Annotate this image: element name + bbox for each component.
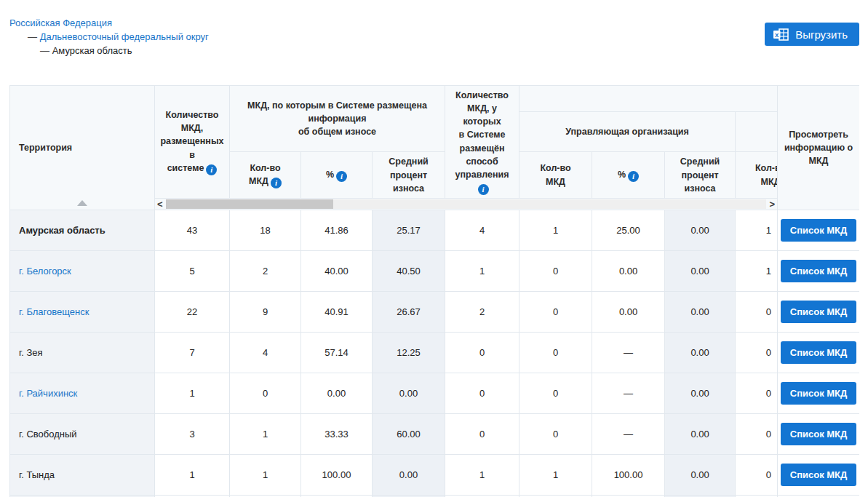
wear-percent-cell: 40.91 <box>301 291 373 332</box>
uo-avg-cell: 0.00 <box>665 210 736 250</box>
mgmt-method-cell: 1 <box>445 250 519 291</box>
column-header-uo-percent: %i <box>592 152 665 199</box>
mkd-list-button[interactable]: Список МКД <box>781 260 857 282</box>
wear-count-cell: 2 <box>230 250 301 291</box>
column-group-wear: МКД, по которым в Системе размещена инфо… <box>230 86 445 152</box>
mkd-list-button[interactable]: Список МКД <box>781 301 857 323</box>
uo-percent-cell: — <box>592 373 665 413</box>
uo-count-cell: 0 <box>519 250 592 291</box>
wear-percent-cell: 40.00 <box>301 250 373 291</box>
mkd-list-button[interactable]: Список МКД <box>781 382 857 405</box>
scroll-right-icon[interactable]: > <box>769 199 775 210</box>
wear-count-cell: 1 <box>230 413 301 454</box>
wear-percent-cell: 33.33 <box>301 413 373 454</box>
table-row: г. Зея 7 4 57.14 12.25 0 0 — 0.00 0 Спис… <box>10 332 860 373</box>
territory-cell[interactable]: г. Благовещенск <box>10 291 155 332</box>
mgmt-method-cell: 1 <box>445 454 519 495</box>
info-icon[interactable]: i <box>206 164 217 175</box>
uo-avg-cell: 0.00 <box>665 250 736 291</box>
export-button[interactable]: x Выгрузить <box>765 23 859 46</box>
column-header-uo-avg: Средний процент износа <box>665 152 736 199</box>
territory-cell: г. Зея <box>10 332 155 373</box>
mgmt-method-label: Количество МКД, у которых в Системе разм… <box>455 90 509 180</box>
territory-cell: г. Тында <box>10 454 155 495</box>
mkd-list-button[interactable]: Список МКД <box>781 423 857 445</box>
column-group-uo: Управляющая организация <box>519 112 736 152</box>
uo-avg-cell: 0.00 <box>665 373 736 413</box>
mgmt-method-cell: 0 <box>445 332 519 373</box>
excel-icon: x <box>773 28 789 41</box>
wear-percent-cell: 41.86 <box>301 210 373 250</box>
column-header-wear-avg: Средний процент износа <box>373 152 445 199</box>
breadcrumb-link-dfo[interactable]: Дальневосточный федеральный округ <box>40 31 209 42</box>
uo-avg-cell: 0.00 <box>665 291 736 332</box>
uo-percent-cell: — <box>592 413 665 454</box>
action-cell: Список МКД <box>778 210 859 250</box>
info-icon[interactable]: i <box>628 171 639 182</box>
uo-count-cell: 0 <box>519 413 592 454</box>
mgmt-method-cell: 2 <box>445 291 519 332</box>
scrollbar-thumb[interactable] <box>166 199 333 209</box>
total-mkd-cell: 3 <box>155 413 230 454</box>
horizontal-scrollbar[interactable]: < > <box>155 198 778 210</box>
table-row: г. Белогорск 5 2 40.00 40.50 1 0 0.00 0.… <box>10 250 860 291</box>
uo-avg-cell: 0.00 <box>665 413 736 454</box>
uo-avg-label: Средний процент износа <box>680 156 720 193</box>
uo-count-label: Кол-во МКД <box>540 163 570 186</box>
mgmt-method-cell: 4 <box>445 210 519 250</box>
wear-avg-cell: 25.17 <box>373 210 445 250</box>
territory-cell[interactable]: г. Белогорск <box>10 250 155 291</box>
wear-count-cell: 4 <box>230 332 301 373</box>
wear-percent-cell: 57.14 <box>301 332 373 373</box>
uo-count-cell: 1 <box>519 454 592 495</box>
scrollbar-track[interactable] <box>166 199 766 209</box>
uo-avg-cell: 0.00 <box>665 454 736 495</box>
total-mkd-cell: 43 <box>155 210 230 250</box>
info-icon[interactable]: i <box>271 178 282 188</box>
mkd-list-button[interactable]: Список МКД <box>781 219 857 242</box>
wear-percent-label: % <box>326 170 334 180</box>
table-row: Амурская область 43 18 41.86 25.17 4 1 2… <box>10 210 860 250</box>
total-mkd-cell: 7 <box>155 332 230 373</box>
action-cell: Список МКД <box>778 250 859 291</box>
wear-count-cell: 0 <box>230 373 301 413</box>
uo-percent-cell: 0.00 <box>592 250 665 291</box>
action-cell: Список МКД <box>778 291 859 332</box>
column-group-cut-empty <box>736 112 778 152</box>
cut-col-cell: 1 <box>736 210 778 250</box>
uo-count-cell: 1 <box>519 210 592 250</box>
uo-count-cell: 0 <box>519 291 592 332</box>
action-cell: Список МКД <box>778 332 859 373</box>
column-header-cut: Кол-во МКД <box>736 152 778 199</box>
mkd-list-button[interactable]: Список МКД <box>781 464 857 486</box>
cut-col-cell: 0 <box>736 291 778 332</box>
total-mkd-cell: 1 <box>155 373 230 413</box>
column-group-empty-top <box>519 86 778 112</box>
action-cell: Список МКД <box>778 413 859 454</box>
total-mkd-cell: 22 <box>155 291 230 332</box>
mkd-statistics-table: Территория Количество МКД, размещенных в… <box>9 85 859 497</box>
wear-count-cell: 18 <box>230 210 301 250</box>
table-row: г. Тында 1 1 100.00 0.00 1 1 100.00 0.00… <box>10 454 860 495</box>
breadcrumb-dash: — <box>28 31 37 42</box>
svg-text:x: x <box>775 30 779 38</box>
mkd-list-button[interactable]: Список МКД <box>781 341 857 364</box>
uo-group-label: Управляющая организация <box>565 127 689 137</box>
sort-asc-icon[interactable] <box>77 200 87 206</box>
scroll-left-icon[interactable]: < <box>157 199 163 210</box>
column-header-mgmt-method: Количество МКД, у которых в Системе разм… <box>445 86 519 199</box>
wear-percent-cell: 0.00 <box>301 373 373 413</box>
cut-col-label: Кол-во МКД <box>736 162 778 188</box>
territory-cell[interactable]: г. Райчихинск <box>10 373 155 413</box>
info-icon[interactable]: i <box>336 171 347 182</box>
column-header-territory[interactable]: Территория <box>10 86 155 210</box>
cut-col-cell: 0 <box>736 454 778 495</box>
cut-col-cell: 0 <box>736 332 778 373</box>
total-mkd-cell: 1 <box>155 454 230 495</box>
breadcrumb-link-rf[interactable]: Российская Федерация <box>9 17 112 28</box>
export-button-label: Выгрузить <box>795 28 848 41</box>
info-icon[interactable]: i <box>478 184 489 195</box>
table-row: г. Благовещенск 22 9 40.91 26.67 2 0 0.0… <box>10 291 860 332</box>
cut-col-cell: 1 <box>736 250 778 291</box>
wear-count-cell: 9 <box>230 291 301 332</box>
